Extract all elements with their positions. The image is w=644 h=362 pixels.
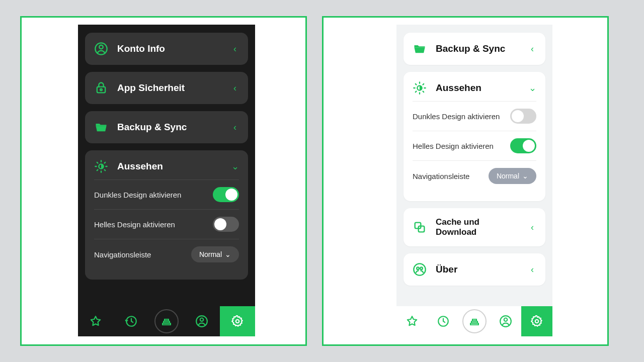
history-icon: [437, 315, 450, 328]
navbar-style-select[interactable]: Normal ⌄: [191, 246, 239, 262]
user-circle-icon: [195, 315, 208, 328]
folder-open-icon: [413, 42, 427, 56]
row-label: Dunkles Design aktivieren: [94, 191, 181, 199]
row-label: Navigationsleiste: [94, 250, 151, 259]
light-theme-toggle[interactable]: [510, 138, 536, 153]
svg-rect-2: [97, 87, 105, 93]
row-label: Helles Design aktivieren: [94, 220, 175, 229]
files-icon: [160, 315, 173, 327]
svg-point-13: [417, 267, 419, 269]
setting-label: App Sicherheit: [117, 82, 222, 94]
nav-favorites[interactable]: [78, 306, 113, 336]
users-circle-icon: [413, 262, 427, 277]
setting-app-security[interactable]: App Sicherheit ‹: [85, 72, 248, 104]
light-theme-frame: Backup & Sync ‹ Aussehen ⌄ Dunkles Desig…: [322, 16, 609, 346]
setting-appearance-header[interactable]: Aussehen ⌄: [94, 159, 239, 179]
dark-theme-toggle-row: Dunkles Design aktivieren: [94, 179, 239, 209]
chevron-down-icon: ⌄: [528, 82, 536, 94]
navbar-style-select[interactable]: Normal ⌄: [489, 168, 536, 184]
folder-open-icon: [94, 120, 108, 134]
nav-library[interactable]: [149, 306, 184, 336]
svg-point-8: [236, 320, 239, 323]
setting-label: Aussehen: [117, 161, 222, 172]
chevron-left-icon: ‹: [528, 264, 536, 275]
light-theme-toggle-row: Helles Design aktivieren: [413, 131, 536, 160]
light-theme-toggle-row: Helles Design aktivieren: [94, 209, 239, 239]
light-theme-toggle[interactable]: [213, 217, 239, 232]
bottom-nav: [396, 306, 552, 336]
chevron-left-icon: ‹: [231, 122, 239, 133]
row-label: Helles Design aktivieren: [413, 142, 494, 150]
setting-label: Über: [436, 264, 519, 275]
setting-account-info[interactable]: Konto Info ‹: [85, 33, 248, 65]
setting-label: Backup & Sync: [117, 122, 222, 133]
svg-point-7: [200, 318, 204, 322]
setting-appearance-header[interactable]: Aussehen ⌄: [413, 81, 536, 101]
setting-backup-sync[interactable]: Backup & Sync ‹: [404, 33, 545, 65]
setting-appearance-expanded: Aussehen ⌄ Dunkles Design aktivieren Hel…: [404, 72, 545, 201]
setting-label: Cache und Download: [436, 217, 519, 237]
chevron-down-icon: ⌄: [522, 172, 528, 180]
brightness-icon: [94, 159, 108, 173]
chevron-left-icon: ‹: [528, 44, 536, 54]
svg-point-18: [535, 320, 539, 323]
nav-history[interactable]: [113, 306, 148, 336]
dark-theme-frame: Konto Info ‹ App Sicherheit ‹ Backup & S…: [20, 16, 307, 346]
bottom-nav: [78, 306, 255, 336]
dark-theme-toggle[interactable]: [213, 187, 239, 202]
star-icon: [89, 315, 102, 328]
chevron-left-icon: ‹: [528, 222, 536, 233]
nav-settings-active[interactable]: [220, 306, 255, 336]
nav-library[interactable]: [459, 306, 490, 336]
nav-history[interactable]: [428, 306, 459, 336]
nav-settings-active[interactable]: [521, 306, 552, 336]
layers-icon: [413, 220, 427, 234]
navbar-style-value: Normal: [199, 250, 222, 258]
user-circle-icon: [499, 315, 512, 328]
lock-icon: [94, 81, 108, 95]
dark-phone: Konto Info ‹ App Sicherheit ‹ Backup & S…: [78, 25, 255, 336]
navbar-style-row: Navigationsleiste Normal ⌄: [94, 239, 239, 269]
chevron-left-icon: ‹: [231, 83, 239, 94]
star-icon: [406, 315, 419, 328]
setting-label: Aussehen: [436, 82, 519, 94]
dark-theme-toggle-row: Dunkles Design aktivieren: [413, 101, 536, 131]
settings-list-dark: Konto Info ‹ App Sicherheit ‹ Backup & S…: [78, 25, 255, 306]
navbar-style-row: Navigationsleiste Normal ⌄: [413, 160, 536, 191]
svg-point-1: [99, 45, 103, 49]
navbar-style-value: Normal: [497, 172, 519, 180]
row-label: Navigationsleiste: [413, 172, 469, 180]
chevron-down-icon: ⌄: [225, 250, 231, 258]
nav-account[interactable]: [184, 306, 219, 336]
setting-cache-download[interactable]: Cache und Download ‹: [404, 208, 545, 246]
svg-point-12: [414, 263, 425, 275]
setting-label: Backup & Sync: [436, 43, 519, 54]
user-circle-icon: [94, 42, 108, 56]
dark-theme-toggle[interactable]: [510, 109, 536, 124]
svg-point-3: [100, 89, 102, 91]
nav-center-highlight: [462, 309, 487, 333]
chevron-left-icon: ‹: [231, 44, 239, 54]
setting-backup-sync[interactable]: Backup & Sync ‹: [85, 111, 248, 143]
files-icon: [468, 315, 480, 327]
nav-center-highlight: [154, 309, 179, 333]
setting-about[interactable]: Über ‹: [404, 253, 545, 286]
chevron-down-icon: ⌄: [231, 161, 239, 172]
gear-icon: [231, 315, 244, 328]
brightness-icon: [413, 81, 427, 95]
history-icon: [125, 315, 138, 328]
svg-point-14: [420, 267, 423, 269]
row-label: Dunkles Design aktivieren: [413, 112, 500, 121]
setting-label: Konto Info: [117, 43, 222, 54]
settings-list-light: Backup & Sync ‹ Aussehen ⌄ Dunkles Desig…: [396, 25, 552, 306]
light-phone: Backup & Sync ‹ Aussehen ⌄ Dunkles Desig…: [396, 25, 552, 336]
nav-account[interactable]: [490, 306, 521, 336]
gear-icon: [530, 315, 543, 328]
svg-point-17: [504, 318, 508, 322]
setting-appearance-expanded: Aussehen ⌄ Dunkles Design aktivieren Hel…: [85, 150, 248, 280]
nav-favorites[interactable]: [396, 306, 428, 336]
